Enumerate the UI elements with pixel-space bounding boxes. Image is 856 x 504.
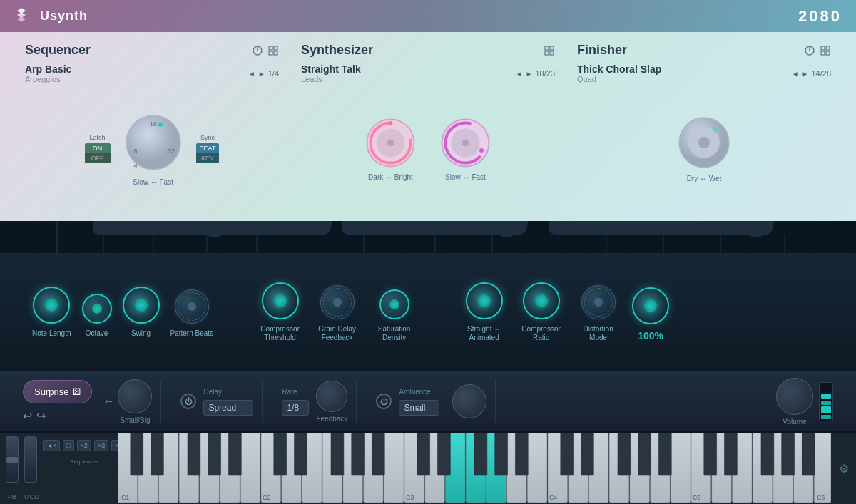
mod-label: MOD xyxy=(24,493,37,500)
synth-preset-name: Straight Talk xyxy=(301,63,361,75)
ambience-group: ⏻ Ambience Small Medium Large xyxy=(367,380,496,423)
sequencer-panel: Sequencer Arp Basic xyxy=(14,43,290,210)
percent-knob[interactable] xyxy=(632,287,669,324)
distortion-mode-knob[interactable] xyxy=(581,285,616,319)
svg-text:C5: C5 xyxy=(693,494,700,501)
finisher-wet-knob[interactable] xyxy=(676,114,733,171)
ambience-power-button[interactable]: ⏻ xyxy=(376,394,392,409)
delay-type-select[interactable]: Spread Ping Pong Mono xyxy=(203,400,253,416)
connection-area xyxy=(0,221,856,253)
delay-label: Delay xyxy=(203,388,253,396)
compressor-ratio-knob[interactable] xyxy=(523,282,560,319)
middle-section: Note Length Octave Swing Pattern Beats C… xyxy=(0,221,856,371)
synth-grid-icon[interactable] xyxy=(544,45,555,56)
piano-svg: C1 xyxy=(118,433,831,504)
rate-label: Rate xyxy=(282,388,309,396)
feedback-knob[interactable] xyxy=(316,381,347,412)
volume-knob[interactable] xyxy=(776,378,813,415)
surprise-group: Surprise ⚄ ↩ ↪ ← Small/Big xyxy=(14,380,161,423)
power-icon[interactable] xyxy=(252,45,263,56)
note-length-label: Note Length xyxy=(32,329,71,338)
piano-keys: C1 xyxy=(118,433,831,504)
sequencer-rate-knob[interactable]: 16 8 32 4 xyxy=(121,110,185,175)
synth-next[interactable]: ► xyxy=(526,70,533,78)
delay-power-button[interactable]: ⏻ xyxy=(180,394,196,409)
sequencer-prev[interactable]: ◄ xyxy=(248,70,255,78)
sequencer-next[interactable]: ► xyxy=(258,70,265,78)
svg-rect-84[interactable] xyxy=(814,433,831,503)
synth-knob1[interactable] xyxy=(364,116,417,170)
finisher-grid-icon[interactable] xyxy=(820,45,831,56)
svg-rect-3 xyxy=(274,46,277,50)
logo-icon xyxy=(14,6,34,26)
swing-control: Swing xyxy=(123,287,160,338)
pattern-beats-knob[interactable] xyxy=(175,289,209,324)
compressor-threshold-knob[interactable] xyxy=(262,282,299,319)
small-big-arrow[interactable]: ← xyxy=(103,395,114,408)
compressor-ratio-label: Compressor Ratio xyxy=(518,325,564,342)
swing-knob[interactable] xyxy=(123,287,160,324)
straight-animated-knob[interactable] xyxy=(466,282,503,319)
sync-toggle[interactable]: BEAT KEY xyxy=(196,143,220,163)
note-length-control: Note Length xyxy=(32,287,71,338)
svg-rect-77[interactable] xyxy=(671,433,691,503)
keyboard-settings-button[interactable]: ⚙ xyxy=(839,462,849,475)
svg-rect-99 xyxy=(515,433,528,475)
synth-prev[interactable]: ◄ xyxy=(516,70,523,78)
finisher-next[interactable]: ► xyxy=(802,70,809,78)
finisher-prev[interactable]: ◄ xyxy=(792,70,799,78)
seq-x2-btn[interactable]: ×2 xyxy=(77,440,91,451)
synthesizer-panel: Synthesizer Straight Talk Leads ◄ xyxy=(290,43,566,210)
grain-delay-label: Grain Delay Feedback xyxy=(314,325,360,342)
surprise-button[interactable]: Surprise ⚄ xyxy=(23,380,92,403)
svg-text:C1: C1 xyxy=(121,494,129,501)
synth-knob2[interactable] xyxy=(439,116,492,170)
latch-label: Latch xyxy=(90,134,106,141)
ambience-type-select[interactable]: Small Medium Large xyxy=(399,400,439,416)
latch-toggle[interactable]: ON OFF xyxy=(85,143,111,163)
svg-rect-85 xyxy=(131,433,143,475)
synth-counter: 18/23 xyxy=(535,69,555,78)
seq-x3-btn[interactable]: ×3 xyxy=(94,440,108,451)
redo-button[interactable]: ↪ xyxy=(36,409,46,423)
pb-slider[interactable] xyxy=(6,436,19,483)
seq-mute-btn[interactable]: ◄× xyxy=(43,440,60,451)
svg-rect-95 xyxy=(417,433,430,475)
svg-rect-70[interactable] xyxy=(527,433,547,503)
svg-rect-56[interactable] xyxy=(240,433,260,503)
synth-knob1-label: Dark ↔ Bright xyxy=(368,173,413,181)
mod-slider[interactable] xyxy=(24,436,37,483)
percent-label: 100% xyxy=(638,330,663,342)
delay-group: ⏻ Delay Spread Ping Pong Mono xyxy=(172,380,263,423)
svg-rect-13 xyxy=(550,46,554,50)
svg-rect-101 xyxy=(581,433,594,475)
undo-button[interactable]: ↩ xyxy=(23,409,32,423)
small-big-label: Small/Big xyxy=(120,416,150,424)
finisher-controls-group: Straight ↔ Animated Compressor Ratio Dis… xyxy=(447,282,683,342)
svg-rect-63[interactable] xyxy=(384,433,404,503)
svg-rect-28 xyxy=(821,46,825,50)
grid-icon[interactable] xyxy=(268,45,279,56)
seq-buttons: ◄× □ ×2 ×3 ×4 xyxy=(43,436,126,455)
svg-rect-30 xyxy=(821,51,825,55)
svg-rect-31 xyxy=(826,51,830,55)
svg-point-19 xyxy=(387,139,394,146)
ambience-knob[interactable] xyxy=(452,384,486,418)
rate-select[interactable]: 1/8 1/4 1/16 xyxy=(282,400,309,416)
svg-rect-109 xyxy=(802,433,815,475)
seq-loop-btn[interactable]: □ xyxy=(63,440,73,451)
dice-icon: ⚄ xyxy=(73,386,81,397)
note-length-knob[interactable] xyxy=(33,287,70,324)
saturation-density-knob[interactable] xyxy=(379,289,409,319)
svg-text:32: 32 xyxy=(168,148,175,155)
sequencer-title: Sequencer xyxy=(25,43,91,58)
finisher-power-icon[interactable] xyxy=(804,45,815,56)
swing-label: Swing xyxy=(131,329,151,338)
svg-rect-15 xyxy=(550,51,554,55)
straight-animated-control: Straight ↔ Animated xyxy=(461,282,507,342)
octave-knob[interactable] xyxy=(82,294,112,324)
svg-rect-104 xyxy=(658,433,671,475)
small-big-knob[interactable] xyxy=(118,379,152,413)
svg-text:4: 4 xyxy=(133,162,137,169)
grain-delay-knob[interactable] xyxy=(320,285,355,319)
